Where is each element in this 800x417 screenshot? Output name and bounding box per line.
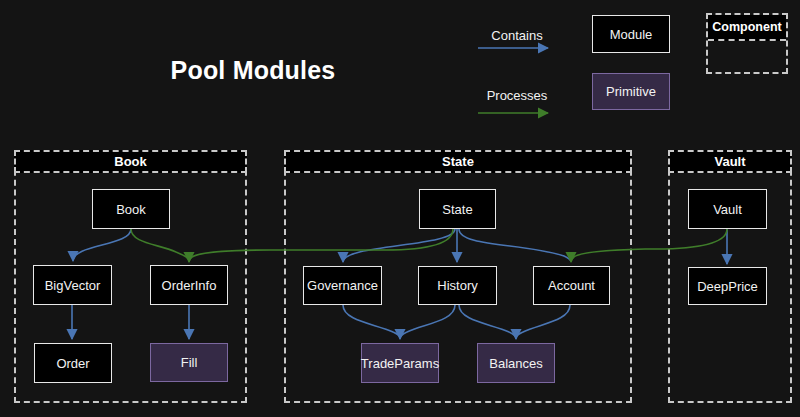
node-account: Account bbox=[533, 266, 610, 305]
page-title: Pool Modules bbox=[168, 56, 338, 85]
legend-contains-label: Contains bbox=[478, 28, 556, 43]
node-deepprice: DeepPrice bbox=[688, 267, 767, 305]
state-container: State State Governance History Account T… bbox=[284, 150, 632, 403]
node-fill: Fill bbox=[150, 343, 228, 382]
node-balances: Balances bbox=[477, 343, 555, 383]
node-orderinfo: OrderInfo bbox=[150, 265, 228, 305]
pool-modules-diagram: Pool Modules Contains Processes Module P… bbox=[0, 0, 800, 417]
node-order: Order bbox=[34, 343, 112, 383]
legend-component-label: Component bbox=[708, 15, 786, 41]
node-bigvector: BigVector bbox=[33, 265, 112, 305]
legend-module-box: Module bbox=[592, 15, 670, 53]
node-state: State bbox=[419, 189, 496, 229]
legend-component-box: Component bbox=[706, 13, 788, 74]
legend-primitive-box: Primitive bbox=[592, 73, 670, 110]
node-governance: Governance bbox=[303, 266, 382, 305]
book-container-header: Book bbox=[14, 150, 247, 173]
node-history: History bbox=[418, 266, 497, 305]
legend-processes-label: Processes bbox=[478, 88, 556, 103]
vault-container-header: Vault bbox=[668, 150, 792, 173]
node-book: Book bbox=[92, 189, 170, 229]
vault-container: Vault Vault DeepPrice bbox=[668, 150, 792, 403]
state-container-header: State bbox=[284, 150, 632, 173]
book-container: Book Book BigVector OrderInfo Order Fill bbox=[14, 150, 247, 403]
node-vault: Vault bbox=[688, 189, 767, 229]
node-tradeparams: TradeParams bbox=[361, 343, 439, 383]
